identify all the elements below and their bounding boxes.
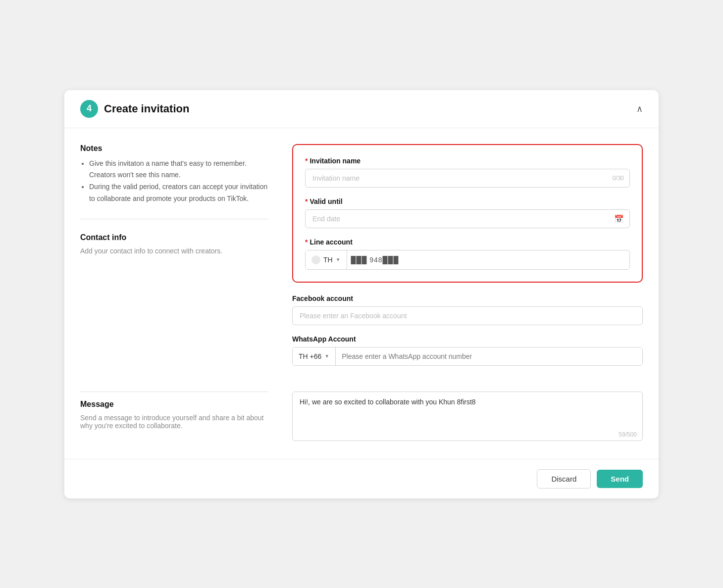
highlighted-form-box: *Invitation name 0/30 *Valid until 📅 bbox=[292, 144, 643, 283]
message-textarea[interactable]: Hi!, we are so excited to collaborate wi… bbox=[292, 392, 643, 441]
facebook-account-input[interactable] bbox=[292, 306, 643, 325]
message-subtitle: Send a message to introduce yourself and… bbox=[80, 414, 268, 430]
valid-until-input-wrapper: 📅 bbox=[305, 209, 630, 228]
required-star-line: * bbox=[305, 238, 308, 246]
message-right: Hi!, we are so excited to collaborate wi… bbox=[292, 392, 643, 443]
contact-info-section: Contact info Add your contact info to co… bbox=[80, 233, 268, 255]
invitation-name-label: *Invitation name bbox=[305, 157, 630, 165]
body: Notes Give this invitaton a name that's … bbox=[64, 128, 659, 392]
line-country-prefix[interactable]: TH ▼ bbox=[306, 250, 347, 269]
message-count: 59/500 bbox=[619, 431, 637, 438]
whatsapp-prefix-chevron: ▼ bbox=[324, 353, 329, 359]
line-prefix-chevron: ▼ bbox=[336, 257, 341, 262]
valid-until-input[interactable] bbox=[305, 209, 630, 228]
required-star-name: * bbox=[305, 157, 308, 165]
invitation-name-input-wrapper: 0/30 bbox=[305, 169, 630, 188]
invitation-name-group: *Invitation name 0/30 bbox=[305, 157, 630, 188]
line-country-code: TH bbox=[323, 256, 333, 264]
whatsapp-phone-input[interactable] bbox=[336, 347, 642, 365]
whatsapp-account-group: WhatsApp Account TH +66 ▼ bbox=[292, 335, 643, 366]
whatsapp-country-prefix[interactable]: TH +66 ▼ bbox=[293, 347, 336, 365]
step-badge: 4 bbox=[80, 100, 98, 118]
section-header: 4 Create invitation ∧ bbox=[64, 90, 659, 128]
valid-until-label: *Valid until bbox=[305, 197, 630, 205]
invitation-name-count: 0/30 bbox=[613, 175, 624, 182]
whatsapp-prefix-text: TH +66 bbox=[299, 352, 321, 360]
header-left: 4 Create invitation bbox=[80, 100, 189, 118]
facebook-account-group: Facebook account bbox=[292, 294, 643, 325]
notes-item-1: Give this invitaton a name that's easy t… bbox=[89, 158, 268, 182]
line-phone-masked: ███ 948███ bbox=[347, 251, 403, 269]
whatsapp-account-label: WhatsApp Account bbox=[292, 335, 643, 343]
valid-until-group: *Valid until 📅 bbox=[305, 197, 630, 228]
message-section: Message Send a message to introduce your… bbox=[64, 392, 659, 459]
facebook-account-label: Facebook account bbox=[292, 294, 643, 302]
message-textarea-wrapper: Hi!, we are so excited to collaborate wi… bbox=[292, 392, 643, 443]
invitation-name-input[interactable] bbox=[305, 169, 630, 188]
notes-list: Give this invitaton a name that's easy t… bbox=[80, 158, 268, 205]
message-title: Message bbox=[80, 400, 268, 409]
contact-info-title: Contact info bbox=[80, 233, 268, 242]
message-left: Message Send a message to introduce your… bbox=[80, 392, 268, 443]
contact-info-subtitle: Add your contact info to connect with cr… bbox=[80, 247, 268, 255]
footer: Discard Send bbox=[64, 459, 659, 498]
send-button[interactable]: Send bbox=[597, 470, 643, 488]
collapse-icon[interactable]: ∧ bbox=[636, 103, 643, 114]
required-star-date: * bbox=[305, 197, 308, 205]
discard-button[interactable]: Discard bbox=[537, 469, 591, 489]
line-account-input-wrapper: TH ▼ ███ 948███ bbox=[305, 250, 630, 270]
page-title: Create invitation bbox=[104, 102, 189, 115]
notes-item-2: During the valid period, creators can ac… bbox=[89, 181, 268, 205]
notes-title: Notes bbox=[80, 144, 268, 153]
line-account-group: *Line account TH ▼ ███ 948███ bbox=[305, 238, 630, 270]
right-column: *Invitation name 0/30 *Valid until 📅 bbox=[292, 144, 643, 376]
divider-1 bbox=[80, 219, 268, 219]
flag-circle bbox=[311, 255, 320, 264]
line-account-label: *Line account bbox=[305, 238, 630, 246]
notes-section: Notes Give this invitaton a name that's … bbox=[80, 144, 268, 205]
whatsapp-input-wrapper: TH +66 ▼ bbox=[292, 347, 643, 366]
divider-2 bbox=[80, 392, 268, 392]
left-column: Notes Give this invitaton a name that's … bbox=[80, 144, 268, 376]
